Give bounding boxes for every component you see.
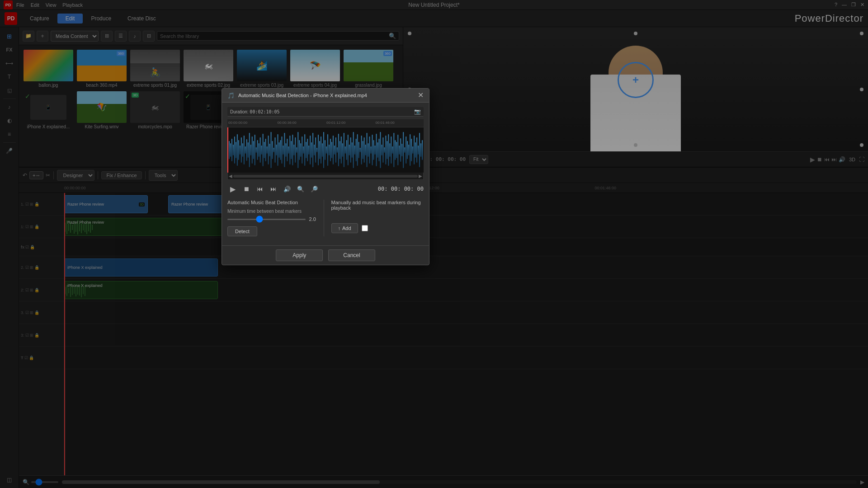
designer-dropdown[interactable]: Designer: [57, 170, 94, 181]
menu-playback[interactable]: Playback: [62, 2, 83, 8]
preview-prev-frame-btn[interactable]: ⏮: [824, 156, 830, 163]
dialog-close-btn[interactable]: ✕: [418, 92, 424, 99]
cancel-button[interactable]: Cancel: [328, 249, 375, 261]
svg-rect-90: [311, 142, 312, 158]
svg-rect-41: [245, 146, 246, 154]
dlg-zoom-out-btn[interactable]: 🔍: [295, 183, 306, 194]
media-content-dropdown[interactable]: Media Content: [51, 31, 99, 42]
detect-button[interactable]: Detect: [227, 226, 257, 236]
search-input[interactable]: [160, 33, 389, 39]
list-item[interactable]: 🏍 extreme sports 02.jpg: [184, 50, 233, 88]
list-item[interactable]: 360 grassland.jpg: [344, 50, 393, 88]
scroll-right-btn[interactable]: ▶: [860, 479, 864, 485]
svg-rect-162: [408, 145, 409, 155]
dlg-time-display: 00: 00: 00: 00: [378, 186, 424, 192]
dlg-next-btn[interactable]: ⏭: [268, 183, 279, 194]
add-checkbox[interactable]: [362, 225, 368, 231]
music-btn[interactable]: ♪: [129, 31, 141, 42]
clip-label-iphone: iPhone X explained: [67, 265, 103, 270]
timeline-zoom-slider[interactable]: [31, 481, 58, 483]
dlg-play-btn[interactable]: ▶: [227, 183, 238, 194]
svg-rect-142: [381, 145, 382, 155]
menu-edit[interactable]: Edit: [31, 2, 39, 8]
sidebar-icon-mic[interactable]: 🎤: [2, 145, 17, 157]
list-item[interactable]: 🚴 extreme sports 01.jpg: [130, 50, 180, 88]
capture-mode-btn[interactable]: Capture: [22, 14, 57, 23]
sidebar-icon-fx[interactable]: FX: [2, 43, 17, 56]
dlg-stop-btn[interactable]: ⏹: [241, 183, 252, 194]
tools-dropdown[interactable]: Tools: [149, 170, 178, 181]
view-list-btn[interactable]: ☰: [115, 31, 127, 42]
clip-label: Razer Phone review: [67, 202, 104, 206]
dlg-prev-btn[interactable]: ⏮: [255, 183, 265, 194]
preview-play-btn[interactable]: ▶: [810, 156, 815, 163]
scroll-left-btn[interactable]: ◀: [229, 174, 232, 178]
fix-enhance-btn[interactable]: Fix / Enhance: [101, 171, 142, 179]
produce-mode-btn[interactable]: Produce: [83, 14, 119, 23]
filter-btn[interactable]: ⊟: [143, 31, 155, 42]
tl-undo-btn[interactable]: ↶: [23, 172, 27, 178]
track-num-2a: 2:: [21, 288, 24, 292]
search-icon[interactable]: 🔍: [389, 33, 396, 39]
preview-fit-dropdown[interactable]: Fit: [469, 155, 488, 164]
track-clip-audio-1[interactable]: Razer Phone review: [64, 218, 241, 236]
preview-fullscreen-btn[interactable]: ⛶: [859, 156, 864, 163]
add-button[interactable]: ↑ Add: [331, 223, 358, 233]
track-clip-iphone[interactable]: iPhone X explained: [64, 258, 218, 277]
track-clip[interactable]: Razer Phone review 3D: [64, 195, 148, 213]
help-btn[interactable]: ?: [835, 2, 837, 8]
list-item[interactable]: 360 beach 360.mp4: [77, 50, 127, 88]
sidebar-icon-media[interactable]: ⊞: [2, 30, 17, 42]
list-item[interactable]: 🏄 extreme sports 03.jpg: [237, 50, 287, 88]
tl-cut-btn[interactable]: ✂: [46, 172, 50, 178]
dlg-zoom-in-btn[interactable]: 🔎: [309, 183, 320, 194]
sidebar-icon-titles[interactable]: T: [2, 70, 17, 83]
timeline-ruler: 00:00:00:00 00:00:36:00 00:01:12:00 00:0…: [19, 183, 868, 193]
svg-rect-151: [393, 133, 394, 167]
svg-rect-75: [291, 141, 292, 159]
menu-file[interactable]: File: [16, 2, 24, 8]
svg-rect-133: [369, 136, 370, 164]
svg-rect-116: [346, 140, 347, 160]
list-item[interactable]: 🏍 3D motorcycles.mpo: [130, 91, 180, 129]
svg-rect-86: [306, 142, 307, 158]
preview-stop-btn[interactable]: ⏹: [817, 156, 822, 163]
create-disc-mode-btn[interactable]: Create Disc: [119, 14, 164, 23]
waveform-scrollbar[interactable]: ◀ ▶: [227, 173, 424, 180]
minimize-btn[interactable]: —: [842, 2, 847, 8]
sidebar-icon-menu2[interactable]: ≡: [2, 128, 17, 141]
tl-add-btn[interactable]: +↔: [29, 171, 43, 179]
add-media-btn[interactable]: +: [37, 31, 48, 42]
zoom-icon[interactable]: 🔍: [23, 479, 29, 485]
library-btn[interactable]: 📁: [23, 31, 34, 42]
preview-volume-btn[interactable]: 🔊: [839, 156, 845, 163]
track-clip-audio-iphone[interactable]: iPhone X explained: [64, 281, 218, 299]
preview-next-frame-btn[interactable]: ⏭: [831, 156, 837, 163]
menu-view[interactable]: View: [46, 2, 57, 8]
sidebar-icon-bottom[interactable]: ◫: [2, 474, 17, 486]
svg-rect-50: [257, 140, 258, 160]
edit-mode-btn[interactable]: Edit: [57, 14, 83, 23]
maximize-btn[interactable]: ❐: [851, 2, 856, 8]
slider-value: 2.0: [309, 216, 320, 222]
sidebar-icon-color[interactable]: ◐: [2, 114, 17, 127]
list-item[interactable]: ballon.jpg: [24, 50, 73, 88]
sidebar-icon-pip[interactable]: ◱: [2, 84, 17, 97]
media-label: iPhone X explained...: [24, 124, 73, 129]
list-item[interactable]: 🪁 Kite Surfing.wmv: [77, 91, 127, 129]
scroll-right-btn[interactable]: ▶: [419, 174, 422, 178]
manual-section: Manually add music beat markers during p…: [324, 200, 424, 236]
svg-rect-110: [338, 134, 339, 166]
beat-detection-dialog[interactable]: 🎵 Automatic Music Beat Detection - iPhon…: [222, 88, 429, 265]
sidebar-icon-transitions[interactable]: ⟷: [2, 57, 17, 70]
close-btn[interactable]: ✕: [860, 2, 864, 8]
beat-slider[interactable]: [227, 219, 306, 220]
list-item[interactable]: 🪂 extreme sports 04.jpg: [290, 50, 340, 88]
capture-icon[interactable]: 📷: [414, 108, 421, 115]
dlg-vol-btn[interactable]: 🔊: [282, 183, 292, 194]
view-grid-btn[interactable]: ⊞: [101, 31, 113, 42]
apply-button[interactable]: Apply: [276, 249, 323, 261]
list-item[interactable]: 📱 ✓ iPhone X explained...: [24, 91, 73, 129]
track-row-3a: [64, 324, 868, 347]
sidebar-icon-audio[interactable]: ♪: [2, 101, 17, 113]
